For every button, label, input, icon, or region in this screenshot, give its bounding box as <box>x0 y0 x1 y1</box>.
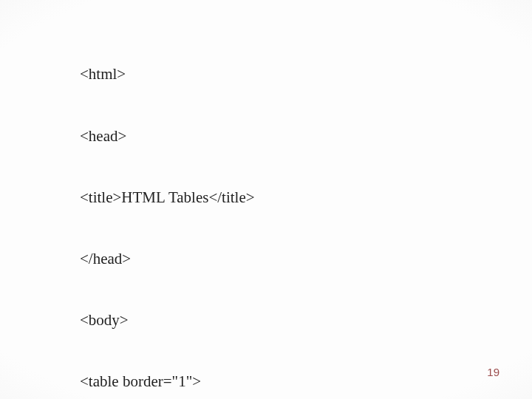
code-line: <head> <box>80 126 255 147</box>
slide: <html> <head> <title>HTML Tables</title>… <box>0 0 532 399</box>
code-line: <title>HTML Tables</title> <box>80 188 255 208</box>
code-line: </head> <box>80 249 255 270</box>
code-block: <html> <head> <title>HTML Tables</title>… <box>80 24 255 399</box>
code-line: <html> <box>80 64 255 85</box>
code-line: <table border="1"> <box>80 372 255 392</box>
code-line: <body> <box>80 310 255 331</box>
page-number: 19 <box>487 366 499 378</box>
